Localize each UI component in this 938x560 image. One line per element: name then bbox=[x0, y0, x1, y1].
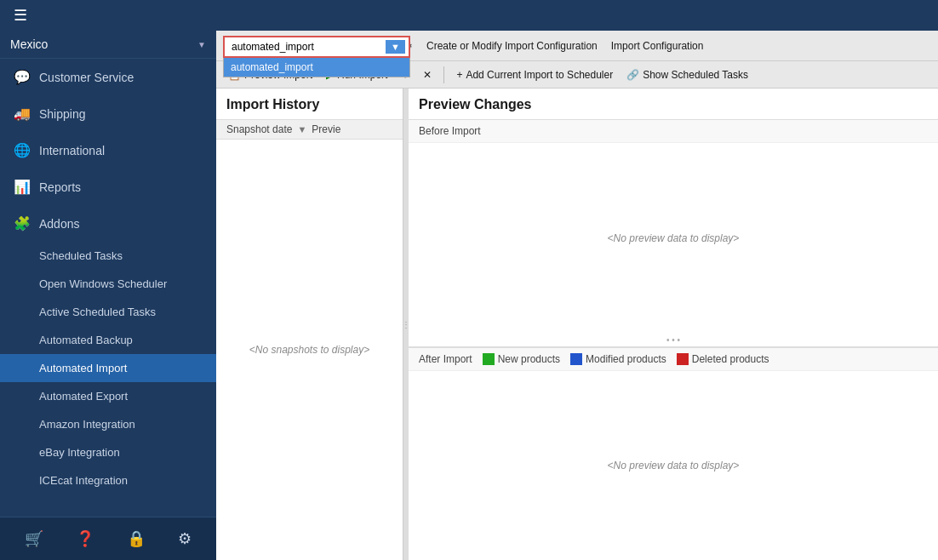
sidebar-item-ebay-integration[interactable]: eBay Integration bbox=[0, 438, 216, 466]
close-icon: ✕ bbox=[423, 69, 432, 81]
secondary-toolbar: 📥 Automated Product Import ▼ ▼ automated… bbox=[216, 31, 938, 61]
panels-container: Import History Snapshot date ▼ Previe <N… bbox=[216, 89, 938, 560]
plus-icon: + bbox=[456, 69, 462, 81]
region-label: Mexico bbox=[10, 37, 48, 51]
no-snapshots-message: <No snapshots to display> bbox=[216, 140, 403, 560]
legend-new-products: New products bbox=[483, 353, 560, 365]
sidebar-item-automated-export[interactable]: Automated Export bbox=[0, 382, 216, 410]
dropdown-search-input[interactable] bbox=[228, 39, 386, 54]
import-history-panel: Import History Snapshot date ▼ Previe <N… bbox=[216, 89, 403, 560]
show-scheduled-button[interactable]: 🔗 Show Scheduled Tasks bbox=[621, 66, 753, 83]
before-import-section: Before Import <No preview data to displa… bbox=[409, 119, 938, 334]
sidebar-item-label: Customer Service bbox=[39, 71, 134, 84]
before-import-empty: <No preview data to display> bbox=[608, 232, 740, 244]
customer-service-icon: 💬 bbox=[14, 69, 31, 85]
show-scheduled-label: Show Scheduled Tasks bbox=[643, 69, 748, 81]
create-modify-button[interactable]: Create or Modify Import Configuration bbox=[421, 37, 603, 54]
dropdown-input-box: ▼ bbox=[223, 36, 410, 58]
sidebar-item-label: Shipping bbox=[39, 107, 86, 121]
sidebar-item-scheduled-tasks[interactable]: Scheduled Tasks bbox=[0, 242, 216, 270]
import-history-title: Import History bbox=[216, 89, 403, 119]
after-import-label: After Import bbox=[419, 353, 472, 365]
panel-dots-separator: • • • bbox=[409, 334, 938, 346]
sidebar-item-shipping[interactable]: 🚚 Shipping bbox=[0, 95, 216, 132]
reports-icon: 📊 bbox=[14, 179, 31, 195]
after-import-empty: <No preview data to display> bbox=[608, 460, 740, 471]
preview-changes-panel: Preview Changes Before Import <No previe… bbox=[409, 89, 938, 560]
after-import-section: After Import New products Modified produ… bbox=[409, 346, 938, 561]
hamburger-button[interactable]: ☰ bbox=[7, 3, 34, 28]
region-selector[interactable]: Mexico ▼ bbox=[0, 31, 216, 59]
add-to-scheduler-button[interactable]: + Add Current Import to Scheduler bbox=[451, 66, 618, 83]
content-area: 📥 Automated Product Import ▼ ▼ automated… bbox=[216, 31, 938, 560]
new-products-color bbox=[483, 353, 495, 365]
import-config-label: Import Configuration bbox=[611, 40, 704, 52]
dropdown-item-automated-import[interactable]: automated_import bbox=[224, 58, 409, 77]
dropdown-confirm-button[interactable]: ▼ bbox=[386, 40, 405, 54]
after-import-header: After Import New products Modified produ… bbox=[409, 347, 938, 371]
sidebar-item-automated-import[interactable]: Automated Import bbox=[0, 354, 216, 382]
add-to-scheduler-label: Add Current Import to Scheduler bbox=[466, 69, 613, 81]
sidebar-item-automated-backup[interactable]: Automated Backup bbox=[0, 326, 216, 354]
snapshot-date-col: Snapshot date bbox=[226, 123, 292, 135]
modified-products-label: Modified products bbox=[586, 353, 666, 365]
cart-icon[interactable]: 🛒 bbox=[21, 526, 47, 551]
addons-icon: 🧩 bbox=[14, 215, 31, 231]
settings-icon[interactable]: ⚙ bbox=[174, 526, 195, 551]
preview-col: Previe bbox=[312, 123, 340, 135]
new-products-label: New products bbox=[498, 353, 560, 365]
sidebar: Mexico ▼ 💬 Customer Service 🚚 Shipping 🌐… bbox=[0, 31, 216, 560]
sidebar-item-international[interactable]: 🌐 International bbox=[0, 132, 216, 169]
dropdown-overlay: ▼ automated_import bbox=[223, 36, 410, 77]
create-modify-label: Create or Modify Import Configuration bbox=[426, 40, 598, 52]
after-import-body: <No preview data to display> bbox=[409, 371, 938, 561]
dropdown-list: automated_import bbox=[223, 58, 410, 77]
before-import-body: <No preview data to display> bbox=[409, 143, 938, 334]
sidebar-item-icecat-integration[interactable]: ICEcat Integration bbox=[0, 466, 216, 494]
before-import-header: Before Import bbox=[409, 120, 938, 143]
deleted-products-color bbox=[677, 353, 689, 365]
import-config-button[interactable]: Import Configuration bbox=[606, 37, 709, 54]
international-icon: 🌐 bbox=[14, 142, 31, 158]
lock-icon[interactable]: 🔒 bbox=[123, 526, 149, 551]
sidebar-item-label: Addons bbox=[39, 217, 79, 231]
help-icon[interactable]: ❓ bbox=[72, 526, 98, 551]
chevron-down-icon: ▼ bbox=[197, 40, 206, 49]
deleted-products-label: Deleted products bbox=[692, 353, 769, 365]
separator-2 bbox=[443, 66, 444, 83]
close-button[interactable]: ✕ bbox=[418, 66, 437, 83]
external-link-icon: 🔗 bbox=[626, 69, 639, 81]
sidebar-item-open-windows-scheduler[interactable]: Open Windows Scheduler bbox=[0, 270, 216, 298]
filter-icon: ▼ bbox=[297, 124, 306, 134]
legend-deleted-products: Deleted products bbox=[677, 353, 769, 365]
modified-products-color bbox=[570, 353, 582, 365]
sidebar-item-label: Reports bbox=[39, 180, 81, 194]
shipping-icon: 🚚 bbox=[14, 106, 31, 122]
sidebar-item-addons[interactable]: 🧩 Addons bbox=[0, 205, 216, 242]
sidebar-item-customer-service[interactable]: 💬 Customer Service bbox=[0, 59, 216, 95]
table-header: Snapshot date ▼ Previe bbox=[216, 119, 403, 140]
legend-modified-products: Modified products bbox=[570, 353, 666, 365]
sidebar-item-amazon-integration[interactable]: Amazon Integration bbox=[0, 410, 216, 438]
sidebar-item-reports[interactable]: 📊 Reports bbox=[0, 169, 216, 205]
sidebar-item-active-scheduled-tasks[interactable]: Active Scheduled Tasks bbox=[0, 298, 216, 326]
preview-changes-title: Preview Changes bbox=[409, 89, 938, 119]
sidebar-bottom-bar: 🛒 ❓ 🔒 ⚙ bbox=[0, 517, 216, 560]
sidebar-item-label: International bbox=[39, 144, 105, 157]
import-type-dropdown-container: 📥 Automated Product Import ▼ ▼ automated… bbox=[223, 36, 384, 56]
